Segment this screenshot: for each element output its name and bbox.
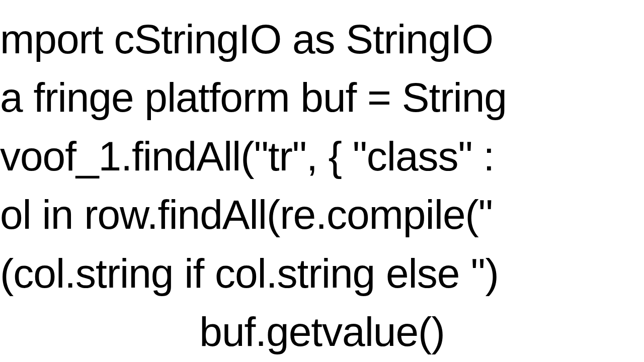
code-line-1: mport cStringIO as StringIO: [0, 10, 644, 68]
code-line-6: buf.getvalue(): [0, 303, 644, 361]
code-text-block: mport cStringIO as StringIO a fringe pla…: [0, 10, 644, 361]
code-line-4: ol in row.findAll(re.compile(": [0, 186, 644, 244]
code-line-2: a fringe platform buf = String: [0, 68, 644, 127]
code-line-5: (col.string if col.string else ''): [0, 244, 644, 303]
code-line-3: voof_1.findAll("tr", { "class" :: [0, 127, 644, 186]
